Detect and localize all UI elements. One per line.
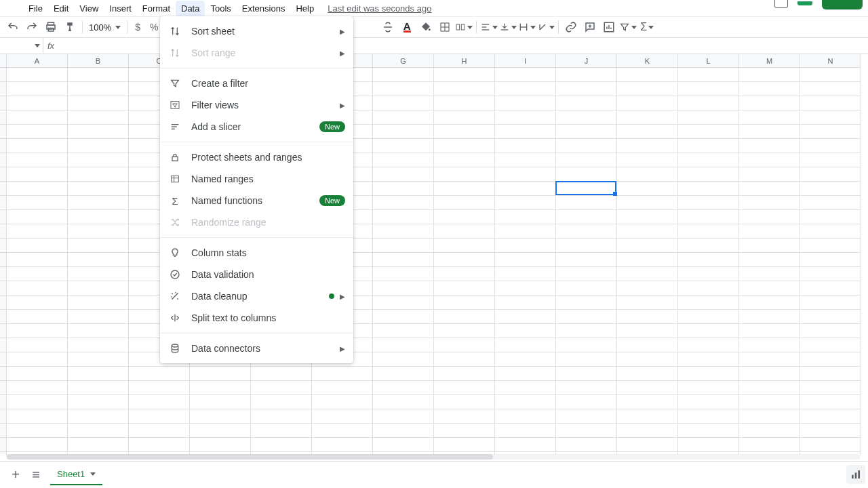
menuitem-data-validation[interactable]: Data validation <box>160 264 353 285</box>
cell[interactable] <box>434 224 495 239</box>
cell[interactable] <box>434 267 495 281</box>
cell[interactable] <box>556 239 617 253</box>
cell[interactable] <box>373 125 434 139</box>
cell[interactable] <box>129 381 190 395</box>
cell[interactable] <box>68 167 129 182</box>
cell[interactable] <box>434 409 495 424</box>
cell[interactable] <box>129 395 190 409</box>
row-header[interactable] <box>0 153 7 167</box>
cell[interactable] <box>495 96 556 110</box>
cell[interactable] <box>68 82 129 96</box>
last-edit-link[interactable]: Last edit was seconds ago <box>328 3 431 14</box>
cell[interactable] <box>678 281 739 296</box>
cell[interactable] <box>678 96 739 110</box>
cell[interactable] <box>739 438 800 452</box>
row-header[interactable] <box>0 296 7 310</box>
column-header[interactable]: B <box>68 54 129 68</box>
cell[interactable] <box>190 409 251 424</box>
cell[interactable] <box>739 310 800 324</box>
cell[interactable] <box>434 96 495 110</box>
cell[interactable] <box>678 395 739 409</box>
cell[interactable] <box>556 110 617 125</box>
cell[interactable] <box>617 139 678 153</box>
cell[interactable] <box>7 281 68 296</box>
cell[interactable] <box>373 210 434 224</box>
cell[interactable] <box>800 324 861 338</box>
wrap-button[interactable] <box>518 18 536 36</box>
cell[interactable] <box>739 367 800 381</box>
cell[interactable] <box>739 125 800 139</box>
menuitem-data-connectors[interactable]: Data connectors▶ <box>160 338 353 359</box>
cell[interactable] <box>7 395 68 409</box>
cell[interactable] <box>373 267 434 281</box>
cell[interactable] <box>495 224 556 239</box>
cell[interactable] <box>434 310 495 324</box>
cell[interactable] <box>68 139 129 153</box>
cell[interactable] <box>251 409 312 424</box>
cell[interactable] <box>7 153 68 167</box>
cell[interactable] <box>617 324 678 338</box>
cell[interactable] <box>312 438 373 452</box>
zoom-dropdown[interactable]: 100% <box>86 22 123 33</box>
cell[interactable] <box>678 125 739 139</box>
cell[interactable] <box>68 153 129 167</box>
cell[interactable] <box>7 182 68 196</box>
cell[interactable] <box>68 68 129 82</box>
cell[interactable] <box>800 338 861 352</box>
cell[interactable] <box>556 367 617 381</box>
menu-edit[interactable]: Edit <box>48 1 74 16</box>
cell[interactable] <box>7 253 68 267</box>
cell[interactable] <box>556 267 617 281</box>
fill-color-button[interactable] <box>417 18 435 36</box>
cell[interactable] <box>68 352 129 367</box>
cell[interactable] <box>434 324 495 338</box>
cell[interactable] <box>7 424 68 438</box>
cell[interactable] <box>7 438 68 452</box>
cell[interactable] <box>373 296 434 310</box>
cell[interactable] <box>678 224 739 239</box>
cell[interactable] <box>617 96 678 110</box>
cell[interactable] <box>68 310 129 324</box>
cell[interactable] <box>7 352 68 367</box>
cell[interactable] <box>495 110 556 125</box>
cell[interactable] <box>434 167 495 182</box>
cell[interactable] <box>68 338 129 352</box>
cell[interactable] <box>373 196 434 210</box>
cell[interactable] <box>7 210 68 224</box>
menu-format[interactable]: Format <box>137 1 176 16</box>
cell[interactable] <box>68 182 129 196</box>
row-header[interactable] <box>0 182 7 196</box>
cell[interactable] <box>556 196 617 210</box>
horizontal-scrollbar[interactable] <box>7 454 860 461</box>
currency-button[interactable]: $ <box>131 22 144 33</box>
cell[interactable] <box>495 310 556 324</box>
column-header[interactable]: N <box>800 54 861 68</box>
link-button[interactable] <box>562 18 580 36</box>
menuitem-create-a-filter[interactable]: Create a filter <box>160 73 353 94</box>
cell[interactable] <box>434 438 495 452</box>
cell[interactable] <box>129 367 190 381</box>
cell[interactable] <box>617 395 678 409</box>
cell[interactable] <box>68 267 129 281</box>
column-header[interactable]: J <box>556 54 617 68</box>
cell[interactable] <box>739 196 800 210</box>
cell[interactable] <box>68 281 129 296</box>
cell[interactable] <box>556 324 617 338</box>
cell[interactable] <box>495 153 556 167</box>
cell[interactable] <box>68 395 129 409</box>
cell[interactable] <box>434 352 495 367</box>
cell[interactable] <box>495 438 556 452</box>
row-header[interactable] <box>0 125 7 139</box>
row-header[interactable] <box>0 310 7 324</box>
row-header[interactable] <box>0 82 7 96</box>
cell[interactable] <box>678 139 739 153</box>
cell[interactable] <box>7 125 68 139</box>
cell[interactable] <box>617 381 678 395</box>
cell[interactable] <box>7 367 68 381</box>
cell[interactable] <box>739 338 800 352</box>
cell[interactable] <box>678 110 739 125</box>
cell[interactable] <box>434 153 495 167</box>
column-header[interactable]: A <box>7 54 68 68</box>
cell[interactable] <box>800 196 861 210</box>
cell[interactable] <box>251 424 312 438</box>
